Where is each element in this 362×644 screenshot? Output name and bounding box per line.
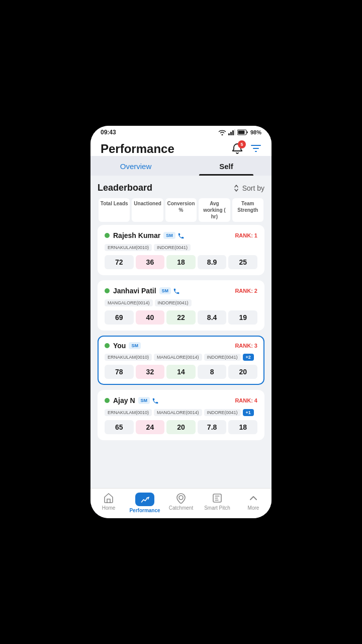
- bell-wrap[interactable]: 5: [231, 143, 243, 155]
- nav-home-label: Home: [102, 505, 116, 511]
- catchment-icon: [175, 493, 187, 504]
- phone-icon: [177, 232, 185, 239]
- rank-label: RANK: 1: [235, 232, 257, 238]
- column-headers: Total Leads Unactioned Conversion % Avg …: [98, 198, 264, 222]
- phone-frame: 09:43 98% Perform: [90, 126, 272, 518]
- stat-cell-4: 19: [228, 310, 257, 325]
- player-card-you: YouSMRANK: 3ERNAKULAM(0010)MANGALORE(001…: [98, 336, 264, 385]
- wifi-icon: [218, 129, 226, 135]
- notification-badge: 5: [238, 140, 246, 148]
- stat-cell-0: 78: [105, 365, 134, 379]
- player-stats: 783214820: [105, 365, 257, 379]
- tab-self[interactable]: Self: [181, 156, 272, 176]
- stat-cell-4: 20: [228, 365, 257, 379]
- stat-cell-1: 40: [136, 310, 165, 325]
- nav-performance-label: Performance: [129, 508, 160, 513]
- nav-home[interactable]: Home: [90, 492, 127, 514]
- location-tag: ERNAKULAM(0010): [105, 409, 152, 416]
- location-tag: MANGALORE(0014): [105, 299, 153, 306]
- filter-icon[interactable]: [250, 143, 261, 154]
- stat-cell-0: 72: [105, 255, 134, 269]
- player-name: Rajesh Kumar: [113, 231, 160, 239]
- stat-cell-2: 20: [166, 420, 196, 434]
- stat-cell-3: 8.9: [198, 255, 227, 269]
- rank-label: RANK: 4: [235, 397, 257, 404]
- location-tag: INDORE(0041): [204, 354, 241, 361]
- rank-label: RANK: 2: [235, 288, 257, 294]
- leaderboard-title: Leaderboard: [98, 183, 152, 193]
- player-locations: ERNAKULAM(0010)INDORE(0041): [105, 244, 257, 251]
- tabs-container: Overview Self: [90, 156, 272, 176]
- stat-cell-2: 22: [166, 310, 196, 325]
- svg-rect-0: [228, 133, 230, 135]
- svg-rect-5: [238, 131, 244, 134]
- time: 09:43: [101, 129, 116, 136]
- nav-performance[interactable]: Performance: [127, 492, 163, 514]
- more-icon: [248, 493, 259, 504]
- page-title: Performance: [101, 142, 174, 156]
- location-tag: INDORE(0041): [204, 409, 241, 416]
- online-dot: [105, 233, 110, 238]
- call-icon[interactable]: [177, 231, 185, 240]
- player-card-janhavi: Janhavi PatilSMRANK: 2MANGALORE(0014)IND…: [98, 280, 264, 331]
- extra-locations-badge: +1: [243, 409, 254, 416]
- tab-overview[interactable]: Overview: [90, 156, 181, 176]
- battery-pct: 98%: [250, 129, 261, 135]
- player-stats: 6524207.818: [105, 420, 257, 434]
- online-dot: [105, 343, 110, 348]
- col-unactioned: Unactioned: [132, 198, 163, 222]
- extra-locations-badge: +2: [243, 354, 254, 361]
- nav-catchment-label: Catchment: [169, 505, 193, 511]
- location-tag: INDORE(0041): [154, 244, 191, 251]
- nav-catchment[interactable]: Catchment: [163, 492, 199, 514]
- sort-button[interactable]: Sort by: [232, 184, 264, 192]
- performance-icon: [140, 495, 149, 504]
- col-conversion: Conversion %: [165, 198, 197, 222]
- call-icon[interactable]: [173, 286, 180, 295]
- home-icon: [103, 493, 114, 504]
- player-top-you: YouSMRANK: 3: [105, 342, 257, 350]
- stat-cell-1: 24: [136, 420, 165, 434]
- stat-cell-3: 8.4: [198, 310, 227, 325]
- stat-cell-4: 18: [228, 420, 257, 434]
- svg-point-6: [179, 496, 183, 500]
- sm-badge: SM: [163, 232, 175, 239]
- sort-icon: [232, 184, 240, 192]
- header-icons: 5: [231, 143, 261, 155]
- svg-rect-1: [230, 132, 232, 135]
- player-stats: 6940228.419: [105, 310, 257, 325]
- rank-label: RANK: 3: [235, 343, 257, 349]
- main-content: Leaderboard Sort by Total Leads Unaction…: [90, 176, 272, 488]
- svg-rect-3: [234, 129, 235, 135]
- stat-cell-4: 25: [228, 255, 257, 269]
- status-icons: 98%: [218, 129, 261, 135]
- player-card-rajesh: Rajesh KumarSMRANK: 1ERNAKULAM(0010)INDO…: [98, 225, 264, 275]
- bottom-nav: Home Performance Catchment: [90, 488, 272, 518]
- player-top-rajesh: Rajesh KumarSMRANK: 1: [105, 231, 257, 240]
- phone-icon: [173, 288, 180, 295]
- signal-icon: [228, 129, 235, 135]
- location-tag: ERNAKULAM(0010): [105, 244, 152, 251]
- nav-smart-pitch-label: Smart Pitch: [204, 505, 230, 511]
- nav-more[interactable]: More: [235, 492, 272, 514]
- stat-cell-3: 8: [198, 365, 227, 379]
- nav-smart-pitch[interactable]: Smart Pitch: [199, 492, 235, 514]
- sort-label: Sort by: [242, 184, 264, 192]
- sm-badge: SM: [138, 397, 150, 404]
- player-name: Ajay N: [113, 396, 135, 405]
- sm-badge: SM: [159, 287, 171, 294]
- location-tag: MANGALORE(0014): [154, 409, 202, 416]
- phone-icon: [152, 397, 159, 405]
- call-icon[interactable]: [152, 396, 159, 405]
- smart-pitch-icon: [212, 493, 223, 504]
- stat-cell-3: 7.8: [198, 420, 227, 434]
- player-stats: 7236188.925: [105, 255, 257, 269]
- player-top-ajay: Ajay NSMRANK: 4: [105, 396, 257, 405]
- player-name: You: [113, 342, 126, 350]
- player-locations: ERNAKULAM(0010)MANGALORE(0014)INDORE(004…: [105, 354, 257, 361]
- col-team-strength: Team Strength: [232, 198, 263, 222]
- header: Performance 5: [90, 138, 272, 156]
- nav-more-label: More: [248, 505, 259, 511]
- location-tag: INDORE(0041): [155, 299, 192, 306]
- sm-badge: SM: [129, 342, 141, 349]
